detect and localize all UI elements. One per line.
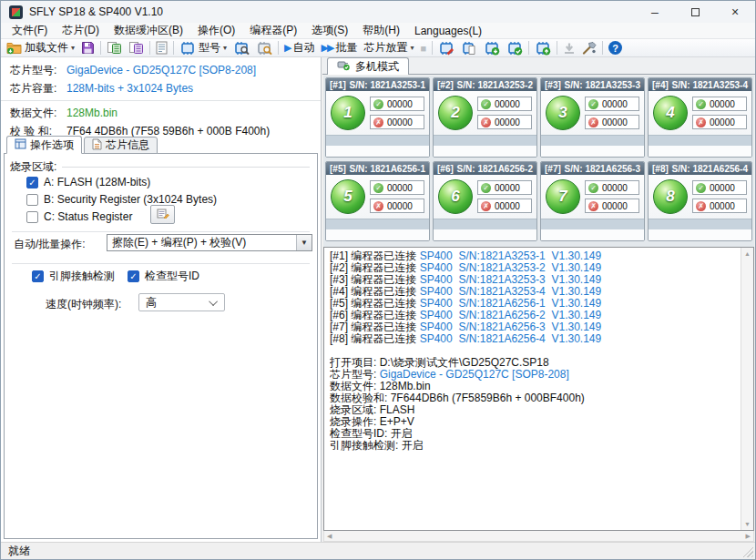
auto-batch-combobox[interactable]: 擦除(E) + 编程(P) + 校验(V) ▼ (107, 234, 312, 251)
chip-detect-button[interactable] (253, 39, 275, 56)
status-register-settings-button[interactable] (150, 205, 175, 224)
log-line: 引脚接触检测: 开启 (330, 440, 738, 452)
programmer-index: [#7] (545, 164, 561, 174)
programmer-card-body: 1 ✓ 00000 ✗ 00000 (326, 91, 429, 135)
resize-grip[interactable] (741, 545, 753, 557)
maximize-button[interactable] (675, 1, 715, 23)
menu-file[interactable]: 文件(F) (5, 23, 55, 38)
scroll-right-icon[interactable]: ▶ (746, 533, 751, 540)
menu-languages[interactable]: Languages(L) (407, 25, 489, 37)
menu-help[interactable]: 帮助(H) (355, 23, 407, 38)
programmer-grid: [#1] S/N: 1821A3253-1 1 ✓ 00000 ✗ 00000 … (323, 76, 754, 247)
auto-label: 自动 (293, 40, 315, 56)
speed-combobox[interactable]: 高 (138, 293, 225, 311)
pass-count-value: 00000 (495, 99, 520, 109)
tools-button[interactable] (579, 39, 599, 56)
programmer-counters: ✓ 00000 ✗ 00000 (477, 97, 532, 129)
buffer-load-icon (107, 41, 122, 55)
menu-buffer[interactable]: 数据缓冲区(B) (107, 23, 190, 38)
load-file-dropdown-icon[interactable]: ▾ (71, 44, 75, 52)
read-button[interactable] (532, 39, 554, 56)
programmer-card-strip (434, 135, 536, 146)
fail-count-value: 00000 (495, 201, 520, 211)
programmer-card-footer (541, 229, 644, 240)
chip-place-dropdown-icon[interactable]: ▾ (410, 44, 414, 52)
tab-multi-machine-mode[interactable]: 多机模式 (327, 57, 409, 75)
select-model-button[interactable]: 型号 ▾ (177, 39, 230, 56)
speed-label: 速度(时钟频率): (46, 297, 121, 312)
programmer-card-strip (649, 135, 751, 146)
buffer-view-button[interactable] (153, 39, 170, 56)
download-firmware-button[interactable] (560, 39, 578, 56)
program-button[interactable] (481, 39, 503, 56)
checkbox-checked-icon[interactable] (26, 177, 38, 188)
data-file-row: 数据文件: 128Mb.bin (1, 104, 321, 122)
pass-counter: ✓ 00000 (477, 180, 532, 195)
burn-area-group-label: 烧录区域: (10, 159, 310, 175)
minimize-button[interactable]: – (635, 1, 675, 23)
fail-counter: ✗ 00000 (692, 115, 747, 129)
pass-counter: ✓ 00000 (585, 180, 639, 195)
app-window: SFLY SP18 & SP400 V1.10 – × 文件(F) 芯片(D) … (0, 0, 756, 560)
programmer-card-footer (326, 146, 429, 157)
programmer-number-orb: 6 (438, 179, 473, 214)
pass-count-value: 00000 (710, 99, 735, 109)
help-button[interactable]: ? (606, 39, 625, 56)
programmer-card-header: [#1] S/N: 1821A3253-1 (326, 78, 429, 91)
chip-model-value[interactable]: GigaDevice - GD25Q127C [SOP8-208] (66, 64, 256, 76)
toolbar-separator (557, 41, 557, 55)
batch-button[interactable]: ▶▶ 批量 (319, 39, 361, 56)
stop-button[interactable]: ■ (417, 39, 429, 56)
auto-button[interactable]: ▶ 自动 (281, 39, 317, 56)
programmer-counters: ✓ 00000 ✗ 00000 (370, 180, 424, 213)
menu-chip[interactable]: 芯片(D) (55, 23, 107, 38)
copy-to-buffer-button[interactable] (104, 39, 125, 56)
toolbar-separator (173, 41, 174, 55)
checkbox-checked-icon[interactable] (32, 270, 44, 282)
checkbox-id-check[interactable]: 检查型号ID (128, 269, 199, 284)
checkbox-unchecked-icon[interactable] (26, 194, 38, 206)
options-separator (12, 231, 310, 232)
programmer-number-orb: 7 (546, 179, 580, 214)
chip-place-button[interactable]: 芯片放置 ▾ (361, 39, 416, 56)
chip-model-label: 芯片型号: (10, 63, 66, 78)
tab-operation-options[interactable]: 操作选项 (6, 136, 82, 154)
programmer-serial: S/N: 1821A6256-3 (565, 164, 640, 174)
checkbox-pin-check[interactable]: 引脚接触检测 (32, 269, 115, 284)
menu-options[interactable]: 选项(S) (304, 23, 355, 38)
pass-counter: ✓ 00000 (692, 180, 747, 195)
pass-counter: ✓ 00000 (370, 180, 424, 195)
programmer-card-header: [#4] S/N: 1821A3253-4 (649, 78, 751, 91)
chip-search-button[interactable] (230, 39, 252, 56)
batch-label: 批量 (335, 40, 357, 56)
save-file-button[interactable] (78, 39, 97, 56)
scroll-left-icon[interactable]: ◀ (327, 533, 332, 540)
scroll-down-icon[interactable]: ▼ (744, 521, 751, 527)
verify-button[interactable] (504, 39, 526, 56)
fail-count-value: 00000 (387, 201, 413, 211)
combo-dropdown-icon[interactable]: ▼ (296, 235, 312, 250)
pass-counter: ✓ 00000 (692, 97, 747, 111)
tab-chip-info[interactable]: 芯片信息 (84, 137, 158, 154)
checkbox-checked-icon[interactable] (128, 270, 139, 282)
programmer-card-footer (649, 229, 751, 240)
blank-check-button[interactable] (458, 39, 480, 56)
select-model-dropdown-icon[interactable]: ▾ (223, 44, 227, 52)
checkbox-area-b[interactable]: B: Security Register (3x1024 Bytes) (26, 193, 217, 206)
log-horizontal-scrollbar[interactable]: ◀ ▶ (323, 531, 754, 542)
fail-cross-icon: ✗ (696, 201, 706, 211)
menu-programmer[interactable]: 编程器(P) (242, 23, 304, 38)
scroll-up-icon[interactable]: ▲ (744, 250, 751, 257)
close-button[interactable]: × (715, 1, 755, 23)
erase-button[interactable] (435, 39, 457, 56)
copy-from-buffer-button[interactable] (126, 39, 147, 56)
checkbox-area-c[interactable]: C: Status Register (26, 210, 132, 223)
tab-multi-machine-label: 多机模式 (355, 59, 399, 75)
log-vertical-scrollbar[interactable]: ▲ ▼ (741, 248, 753, 530)
fail-count-value: 00000 (710, 117, 735, 127)
load-file-button[interactable]: 加载文件 ▾ (4, 39, 77, 56)
checkbox-area-a[interactable]: A: FLASH (128M-bits) (26, 176, 150, 188)
programmer-counters: ✓ 00000 ✗ 00000 (585, 97, 639, 129)
menu-operation[interactable]: 操作(O) (190, 23, 242, 38)
checkbox-unchecked-icon[interactable] (26, 211, 38, 223)
